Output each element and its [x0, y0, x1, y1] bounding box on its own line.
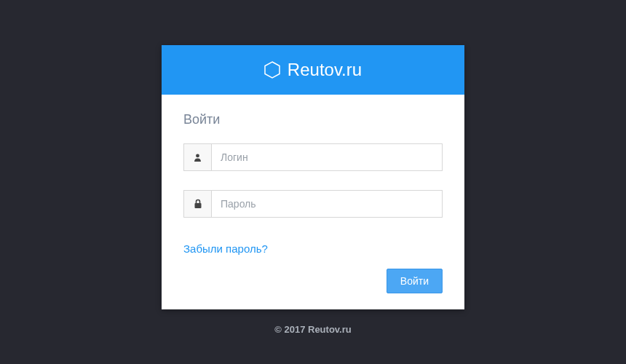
user-icon: [184, 144, 212, 170]
button-row: Войти: [183, 269, 443, 293]
hexagon-logo-icon: [264, 61, 280, 79]
login-input[interactable]: [212, 144, 442, 170]
password-input[interactable]: [212, 191, 442, 217]
svg-point-1: [196, 154, 199, 157]
card-body: Войти Забыли пароль? Войти: [162, 95, 464, 309]
svg-marker-0: [265, 62, 280, 78]
login-card: Reutov.ru Войти Забыли пароль?: [162, 45, 464, 309]
login-input-group: [183, 143, 443, 171]
login-button[interactable]: Войти: [387, 269, 443, 293]
site-title: Reutov.ru: [288, 60, 362, 80]
card-header: Reutov.ru: [162, 45, 464, 95]
svg-rect-2: [194, 203, 201, 208]
password-input-group: [183, 190, 443, 218]
form-title: Войти: [183, 112, 443, 127]
footer-copyright: © 2017 Reutov.ru: [274, 324, 351, 335]
forgot-password-link[interactable]: Забыли пароль?: [183, 242, 268, 255]
lock-icon: [184, 191, 212, 217]
